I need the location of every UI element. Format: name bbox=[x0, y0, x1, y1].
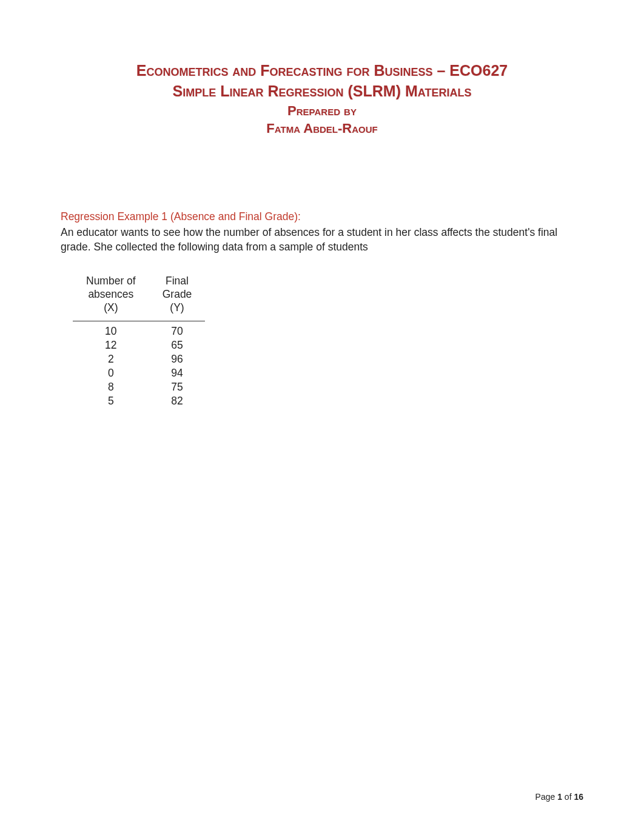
cell-y: 75 bbox=[149, 380, 206, 394]
cell-y: 96 bbox=[149, 352, 206, 366]
table-header-col1-line1: Number of bbox=[86, 275, 136, 288]
table-header-col1-line3: (X) bbox=[86, 301, 136, 315]
table-header-col1: Number of absences (X) bbox=[73, 271, 149, 315]
cell-x: 5 bbox=[73, 394, 149, 408]
table-header-col2-line3: (Y) bbox=[163, 301, 192, 315]
cell-x: 0 bbox=[73, 366, 149, 380]
data-table: Number of absences (X) Final Grade (Y) 1… bbox=[73, 271, 205, 408]
footer-total-pages: 16 bbox=[574, 792, 583, 802]
cell-y: 94 bbox=[149, 366, 206, 380]
document-title-block: Econometrics and Forecasting for Busines… bbox=[61, 61, 583, 138]
table-header-col2-line1: Final bbox=[163, 275, 192, 288]
table-header-col2-line2: Grade bbox=[163, 288, 192, 301]
cell-x: 10 bbox=[73, 321, 149, 338]
page-footer: Page 1 of 16 bbox=[535, 792, 583, 802]
title-line-1: Econometrics and Forecasting for Busines… bbox=[61, 61, 583, 81]
title-line-2: Simple Linear Regression (SLRM) Material… bbox=[61, 81, 583, 102]
table-header-col2: Final Grade (Y) bbox=[149, 271, 206, 315]
footer-current-page: 1 bbox=[557, 792, 562, 802]
cell-x: 2 bbox=[73, 352, 149, 366]
table-row: 8 75 bbox=[73, 380, 205, 394]
cell-y: 65 bbox=[149, 338, 206, 352]
table-row: 10 70 bbox=[73, 321, 205, 338]
cell-y: 82 bbox=[149, 394, 206, 408]
table-body: 10 70 12 65 2 96 0 94 8 75 5 82 bbox=[73, 321, 205, 408]
example-body: An educator wants to see how the number … bbox=[61, 226, 583, 254]
title-line-4: Fatma Abdel-Raouf bbox=[61, 119, 583, 138]
footer-of: of bbox=[562, 792, 574, 802]
cell-x: 8 bbox=[73, 380, 149, 394]
table-row: 5 82 bbox=[73, 394, 205, 408]
example-heading: Regression Example 1 (Absence and Final … bbox=[61, 210, 583, 223]
title-line-3: Prepared by bbox=[61, 102, 583, 120]
cell-y: 70 bbox=[149, 321, 206, 338]
table-header-col1-line2: absences bbox=[86, 288, 136, 301]
table-row: 2 96 bbox=[73, 352, 205, 366]
table-row: 0 94 bbox=[73, 366, 205, 380]
cell-x: 12 bbox=[73, 338, 149, 352]
footer-prefix: Page bbox=[535, 792, 558, 802]
table-row: 12 65 bbox=[73, 338, 205, 352]
